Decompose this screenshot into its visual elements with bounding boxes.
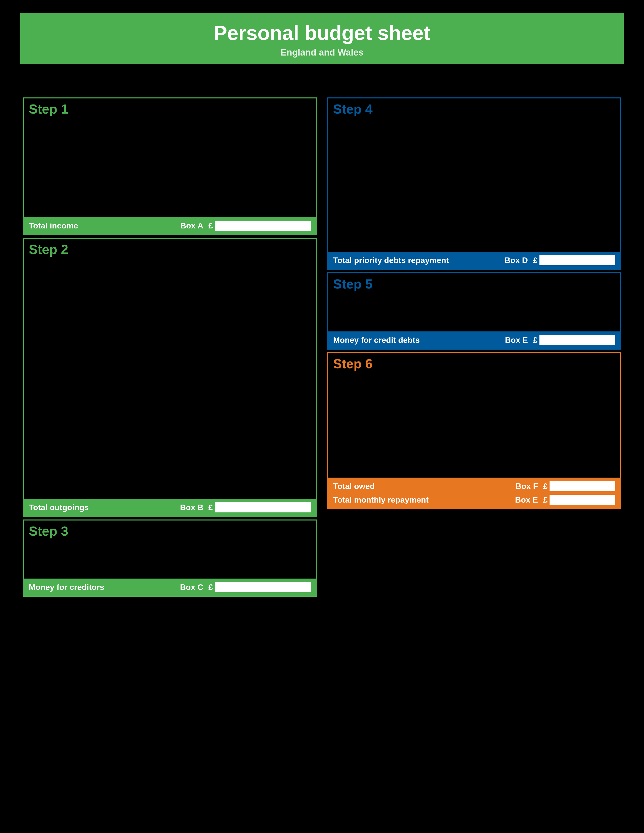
calc-amount-input[interactable] — [235, 543, 311, 552]
calc-amount-input[interactable] — [544, 316, 615, 325]
priority-creditor-input[interactable] — [333, 237, 492, 245]
priority-repayment-input[interactable] — [562, 227, 615, 235]
box-e2-input[interactable] — [549, 495, 615, 505]
priority-repayment-input[interactable] — [562, 151, 615, 159]
priority-repayment-input[interactable] — [562, 160, 615, 168]
priority-creditor-input[interactable] — [333, 180, 492, 188]
outgoing-amount-input[interactable] — [235, 322, 311, 331]
credit-owed-input[interactable] — [501, 425, 554, 433]
outgoing-amount-input[interactable] — [235, 443, 311, 452]
credit-repayment-input[interactable] — [562, 453, 615, 462]
outgoing-amount-input[interactable] — [235, 332, 311, 341]
credit-owed-input[interactable] — [501, 386, 554, 394]
box-f-input[interactable] — [549, 481, 615, 491]
credit-repayment-input[interactable] — [562, 425, 615, 433]
priority-owed-input[interactable] — [501, 227, 554, 235]
priority-repayment-input[interactable] — [562, 218, 615, 226]
box-d-input[interactable] — [539, 255, 615, 265]
credit-repayment-input[interactable] — [562, 444, 615, 452]
income-amount-input[interactable] — [235, 172, 311, 180]
credit-creditor-input[interactable] — [333, 396, 492, 404]
priority-owed-input[interactable] — [501, 237, 554, 245]
priority-creditor-input[interactable] — [333, 170, 492, 178]
calc-amount-input[interactable] — [544, 296, 615, 305]
credit-repayment-input[interactable] — [562, 396, 615, 404]
priority-owed-input[interactable] — [501, 170, 554, 178]
income-amount-input[interactable] — [235, 131, 311, 140]
priority-repayment-input[interactable] — [562, 189, 615, 197]
credit-creditor-input[interactable] — [333, 415, 492, 423]
credit-owed-input[interactable] — [501, 453, 554, 462]
priority-repayment-input[interactable] — [562, 180, 615, 188]
credit-repayment-input[interactable] — [562, 463, 615, 471]
priority-creditor-input[interactable] — [333, 208, 492, 216]
calc-amount-input[interactable] — [544, 306, 615, 315]
credit-repayment-input[interactable] — [562, 434, 615, 442]
credit-repayment-input[interactable] — [562, 405, 615, 413]
priority-owed-input[interactable] — [501, 160, 554, 168]
credit-owed-input[interactable] — [501, 405, 554, 413]
priority-creditor-input[interactable] — [333, 218, 492, 226]
outgoing-amount-input[interactable] — [235, 342, 311, 351]
credit-owed-input[interactable] — [501, 444, 554, 452]
outgoing-amount-input[interactable] — [235, 453, 311, 462]
outgoing-amount-input[interactable] — [235, 463, 311, 472]
income-amount-input[interactable] — [235, 162, 311, 170]
priority-owed-input[interactable] — [501, 218, 554, 226]
outgoing-amount-input[interactable] — [235, 403, 311, 412]
credit-creditor-input[interactable] — [333, 386, 492, 394]
credit-owed-input[interactable] — [501, 396, 554, 404]
priority-repayment-input[interactable] — [562, 132, 615, 140]
priority-owed-input[interactable] — [501, 141, 554, 149]
priority-owed-input[interactable] — [501, 208, 554, 216]
outgoing-amount-input[interactable] — [235, 373, 311, 381]
outgoing-amount-input[interactable] — [235, 302, 311, 310]
credit-creditor-input[interactable] — [333, 453, 492, 462]
outgoing-amount-input[interactable] — [235, 484, 311, 492]
calc-amount-input[interactable] — [235, 563, 311, 572]
credit-creditor-input[interactable] — [333, 444, 492, 452]
priority-repayment-input[interactable] — [562, 170, 615, 178]
outgoing-amount-input[interactable] — [235, 262, 311, 270]
priority-repayment-input[interactable] — [562, 208, 615, 216]
priority-creditor-input[interactable] — [333, 227, 492, 235]
priority-repayment-input[interactable] — [562, 141, 615, 149]
priority-creditor-input[interactable] — [333, 160, 492, 168]
priority-creditor-input[interactable] — [333, 151, 492, 159]
outgoing-amount-input[interactable] — [235, 272, 311, 280]
credit-creditor-input[interactable] — [333, 434, 492, 442]
credit-repayment-input[interactable] — [562, 386, 615, 394]
outgoing-amount-input[interactable] — [235, 433, 311, 442]
outgoing-amount-input[interactable] — [235, 383, 311, 391]
credit-owed-input[interactable] — [501, 434, 554, 442]
calc-amount-input[interactable] — [235, 553, 311, 562]
credit-repayment-input[interactable] — [562, 415, 615, 423]
income-amount-input[interactable] — [235, 202, 311, 211]
credit-creditor-input[interactable] — [333, 425, 492, 433]
outgoing-amount-input[interactable] — [235, 282, 311, 290]
credit-creditor-input[interactable] — [333, 463, 492, 471]
outgoing-amount-input[interactable] — [235, 474, 311, 482]
priority-creditor-input[interactable] — [333, 199, 492, 207]
priority-owed-input[interactable] — [501, 132, 554, 140]
credit-owed-input[interactable] — [501, 463, 554, 471]
outgoing-amount-input[interactable] — [235, 292, 311, 301]
priority-owed-input[interactable] — [501, 199, 554, 207]
income-amount-input[interactable] — [235, 182, 311, 190]
income-amount-input[interactable] — [235, 151, 311, 160]
priority-owed-input[interactable] — [501, 151, 554, 159]
priority-repayment-input[interactable] — [562, 199, 615, 207]
box-c-input[interactable] — [215, 582, 311, 592]
box-b-input[interactable] — [215, 502, 311, 512]
priority-creditor-input[interactable] — [333, 132, 492, 140]
credit-creditor-input[interactable] — [333, 405, 492, 413]
credit-owed-input[interactable] — [501, 415, 554, 423]
outgoing-amount-input[interactable] — [235, 413, 311, 421]
box-e-input[interactable] — [539, 335, 615, 345]
income-amount-input[interactable] — [235, 121, 311, 130]
outgoing-amount-input[interactable] — [235, 312, 311, 321]
outgoing-amount-input[interactable] — [235, 352, 311, 361]
box-a-input[interactable] — [215, 220, 311, 231]
priority-owed-input[interactable] — [501, 189, 554, 197]
income-amount-input[interactable] — [235, 192, 311, 200]
